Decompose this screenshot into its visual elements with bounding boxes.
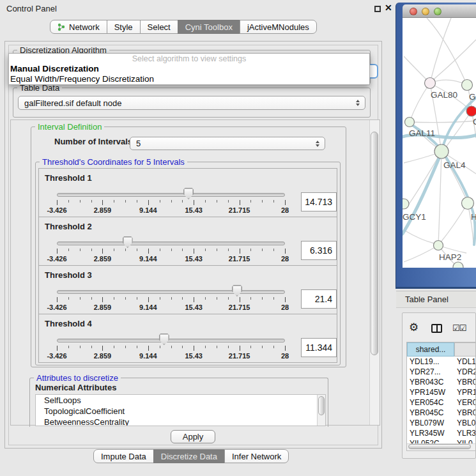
table-cell: YLR345W [407,428,454,438]
slider-track[interactable] [57,193,285,197]
tick-mark [171,346,172,348]
list-scrollbar-track[interactable] [317,395,325,426]
tab-impute-data[interactable]: Impute Data [93,449,154,463]
algorithm-option-equal-width-frequency-discretization[interactable]: Equal Width/Frequency Discretization [9,74,369,84]
threshold-value-field[interactable]: 6.316 [301,241,337,260]
tab-jactivemnodules[interactable]: jActiveMNodules [240,20,317,34]
tick-mark [262,249,263,251]
network-node-label: HAP2 [439,252,461,262]
network-edge [406,151,441,209]
tick-label: -3.426 [47,206,66,214]
tick-label: 21.715 [229,352,250,360]
tick-mark [182,346,183,348]
tab-style[interactable]: Style [107,20,141,34]
tick-mark [68,297,69,300]
table-row[interactable]: YBL079WYBL0 [407,418,475,428]
threshold-value-field[interactable]: 21.4 [301,289,337,309]
table-row[interactable]: YDL19...YDL1 [407,357,475,367]
node-table[interactable]: shared...n YDL19...YDL1YDR27...YDR2YBR04… [406,342,476,451]
slider-track[interactable] [57,290,285,294]
attribute-item-topologicalcoefficient[interactable]: TopologicalCoefficient [36,406,325,417]
slider-thumb[interactable] [123,236,133,248]
zoom-traffic-light-icon[interactable] [434,8,441,15]
split-view-icon[interactable] [431,324,442,333]
tick-mark [240,297,240,302]
checkbox-columns-icon[interactable]: ☑☑ [452,323,466,333]
tick-label: 21.715 [229,255,250,263]
tab-select[interactable]: Select [140,20,178,34]
slider-thumb[interactable] [232,285,242,296]
tick-mark [125,297,126,300]
tab-network[interactable]: Network [50,20,107,34]
tick-mark [273,249,274,251]
tab-discretize-data[interactable]: Discretize Data [153,449,225,463]
network-node[interactable] [434,241,443,250]
tick-mark [273,200,274,203]
close-icon[interactable]: ✕ [385,3,392,13]
tick-marks [57,200,285,206]
table-row[interactable]: YDR27...YDR2 [407,367,475,377]
network-node[interactable] [466,106,476,116]
threshold-value-field[interactable]: 14.713 [301,192,337,211]
vertical-scrollbar-thumb[interactable] [371,132,378,355]
table-cell: YPR1 [454,387,476,397]
table-data-combo[interactable]: galFiltered.sif default node [18,96,365,110]
table-row[interactable]: YBR043CYBR0 [407,377,475,387]
slider-thumb[interactable] [159,334,169,345]
minimize-traffic-light-icon[interactable] [422,8,429,15]
network-node[interactable] [453,262,463,268]
slider-track[interactable] [57,339,285,342]
network-node[interactable] [462,197,474,210]
tick-mark [171,249,172,251]
network-node[interactable] [403,199,409,209]
network-node-label: H [471,212,476,222]
close-traffic-light-icon[interactable] [410,8,417,15]
network-canvas[interactable]: GAL80GCGAL11GAL4GCY1HHAP2 [403,18,476,268]
table-cell: YBL0 [454,418,476,428]
threshold-panel-threshold-2: Threshold 2-3.4262.8599.14415.4321.71528… [38,217,337,266]
tick-label: 15.43 [185,352,203,360]
gear-icon[interactable]: ⚙ [409,321,418,334]
tick-mark [194,249,194,254]
slider-track[interactable] [57,242,285,245]
table-row[interactable]: YLR345WYLR3 [407,428,475,438]
interval-definition-title: Interval Definition [35,122,104,132]
network-node[interactable] [462,80,473,91]
network-node[interactable] [425,78,436,89]
threshold-label: Threshold 3 [45,270,92,280]
network-node[interactable] [434,144,449,158]
slider-thumb[interactable] [183,188,194,199]
apply-button[interactable]: Apply [171,430,215,443]
table-cell: YBR043C [407,377,454,387]
attribute-item-selfloops[interactable]: SelfLoops [36,395,325,406]
column-header-n[interactable]: n [454,342,476,357]
float-window-icon[interactable] [374,6,381,12]
column-header-shared[interactable]: shared... [407,342,454,357]
tab-infer-network[interactable]: Infer Network [224,449,289,463]
network-window-titlebar[interactable] [403,4,476,18]
table-row[interactable]: YER054CYER0 [407,397,475,408]
network-node[interactable] [405,118,415,127]
tick-mark [102,249,103,254]
attribute-item-betweennesscentrality[interactable]: BetweennessCentrality [36,417,325,426]
tick-mark [285,346,286,351]
tick-marks [57,297,285,303]
table-row[interactable]: YPR145WYPR1 [407,387,475,397]
tick-mark [205,249,206,251]
attribute-items: SelfLoopsTopologicalCoefficientBetweenne… [36,395,325,426]
tick-mark [137,346,137,348]
list-scrollbar-thumb[interactable] [318,396,325,415]
tick-mark [250,200,251,203]
number-of-intervals-combo[interactable]: 5 [130,137,325,150]
horizontal-scrollbar-thumb[interactable] [408,444,471,449]
tick-mark [57,200,58,205]
table-row[interactable]: YBR045CYBR0 [407,408,475,418]
tab-cyni-toolbox[interactable]: Cyni Toolbox [178,20,240,34]
table-cell: YER054C [407,397,454,408]
algorithm-option-manual-discretization[interactable]: Manual Discretization [9,64,369,74]
network-edge [404,154,435,163]
network-icon [58,23,66,31]
threshold-value-field[interactable]: 11.344 [301,338,337,357]
tick-mark [228,249,229,251]
numerical-attributes-list[interactable]: SelfLoopsTopologicalCoefficientBetweenne… [35,394,326,426]
